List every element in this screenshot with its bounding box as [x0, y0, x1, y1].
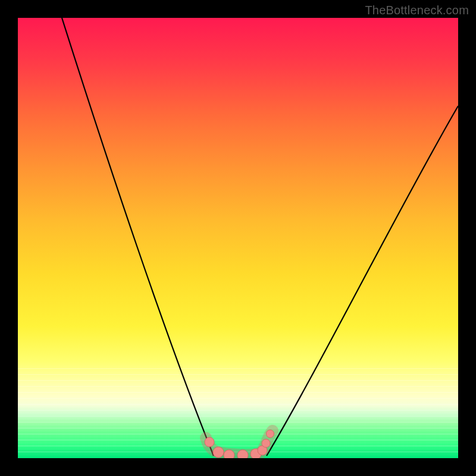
plot-area [18, 18, 458, 458]
left-curve [62, 18, 214, 456]
svg-point-2 [224, 450, 234, 458]
outer-frame: TheBottleneck.com [0, 0, 476, 476]
svg-point-6 [262, 439, 270, 447]
svg-point-0 [205, 437, 214, 447]
svg-point-7 [267, 430, 274, 438]
svg-point-1 [213, 447, 224, 458]
watermark-text: TheBottleneck.com [365, 4, 469, 17]
svg-point-3 [237, 450, 248, 458]
chart-svg [18, 18, 458, 458]
right-curve [267, 106, 458, 456]
